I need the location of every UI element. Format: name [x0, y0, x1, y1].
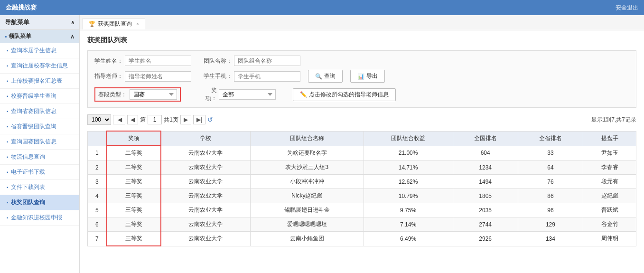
table-cell: 三等奖	[107, 189, 161, 203]
edit-label: 点击修改所勾选的指导老师信息	[309, 91, 389, 99]
table-cell: 鲲鹏展翅日进斗金	[251, 203, 364, 217]
sidebar: 导航菜单 ∧ ▪ 领队菜单 ∧ 查询本届学生信息查询往届校赛学生信息上传校赛报名…	[0, 15, 80, 273]
student-name-label: 学生姓名：	[94, 57, 123, 65]
table-row: 6三等奖云南农业大学爱嗯嗯嗯嗯嗯坦7.14%2744129谷金竹	[88, 217, 636, 232]
export-button[interactable]: 📊 导出	[350, 70, 385, 83]
table-cell: 6	[88, 217, 107, 232]
sidebar-item-item-4[interactable]: 校赛晋级学生查询	[0, 89, 79, 104]
form-row-3: 赛段类型： 国赛 省赛 校赛 奖项： 全部 一等奖 二等奖	[94, 86, 629, 103]
team-name-input[interactable]	[234, 56, 300, 66]
col-school: 学校	[161, 131, 251, 146]
col-national-rank: 全国排名	[453, 131, 518, 146]
stage-select[interactable]: 国赛 省赛 校赛	[130, 89, 177, 100]
table-cell: 农大沙雕三人组3	[251, 160, 364, 175]
content-area: 获奖团队列表 学生姓名： 团队名称： 指导老师	[80, 30, 644, 273]
table-cell: 李春睿	[583, 160, 636, 175]
table-cell: 三等奖	[107, 217, 161, 232]
table-cell: 6.49%	[364, 232, 453, 246]
table-cell: 129	[518, 217, 583, 232]
stage-group: 赛段类型： 国赛 省赛 校赛	[94, 87, 181, 102]
logout-button[interactable]: 安全退出	[616, 4, 638, 12]
next-page-button[interactable]: ▶	[180, 115, 191, 124]
table-cell: 2744	[453, 217, 518, 232]
sidebar-item-item-12[interactable]: 金融知识进校园申报	[0, 210, 79, 226]
sidebar-item-item-9[interactable]: 电子证书下载	[0, 165, 79, 180]
table-cell: 14.71%	[364, 160, 453, 175]
sidebar-item-item-11[interactable]: 获奖团队查询	[0, 195, 79, 210]
page-size-select[interactable]: 100 50 20	[87, 114, 111, 125]
collapse-icon[interactable]: ∧	[71, 19, 75, 26]
table-cell: 云南农业大学	[161, 146, 251, 160]
refresh-button[interactable]: ↺	[207, 116, 213, 123]
sidebar-item-item-8[interactable]: 物流信息查询	[0, 150, 79, 165]
phone-input[interactable]	[234, 71, 300, 82]
group-collapse-icon[interactable]: ∧	[70, 33, 75, 40]
page-number-input[interactable]	[148, 115, 162, 124]
table-cell: 普跃斌	[583, 203, 636, 217]
sidebar-item-item-1[interactable]: 查询本届学生信息	[0, 43, 79, 58]
table-cell: 小段冲冲冲冲	[251, 175, 364, 189]
sidebar-item-item-5[interactable]: 查询省赛团队信息	[0, 104, 79, 119]
award-select[interactable]: 全部 一等奖 二等奖 三等奖	[219, 89, 276, 100]
table-cell: 二等奖	[107, 160, 161, 175]
table-cell: 2	[88, 160, 107, 175]
table-cell: 周伟明	[583, 232, 636, 246]
query-button[interactable]: 🔍 查询	[308, 70, 343, 83]
student-name-input[interactable]	[125, 56, 191, 66]
table-row: 7三等奖云南农业大学云南小鲳鱼团6.49%2926134周伟明	[88, 232, 636, 246]
table-cell: 二等奖	[107, 146, 161, 160]
tab-award-query[interactable]: 🏆 获奖团队查询 ×	[83, 18, 145, 29]
sidebar-item-item-6[interactable]: 省赛晋级团队查询	[0, 119, 79, 134]
table-cell: 三等奖	[107, 203, 161, 217]
edit-teacher-button[interactable]: ✏️ 点击修改所勾选的指导老师信息	[293, 88, 396, 101]
table-cell: 云南农业大学	[161, 217, 251, 232]
table-row: 2二等奖云南农业大学农大沙雕三人组314.71%123464李春睿	[88, 160, 636, 175]
table-cell: 赵纪彪	[583, 189, 636, 203]
phone-group: 学生手机：	[199, 71, 300, 82]
sidebar-item-item-10[interactable]: 文件下载列表	[0, 180, 79, 195]
form-row-2: 指导老师： 学生手机： 🔍 查询 📊 导出	[94, 70, 629, 83]
table-cell: 76	[518, 175, 583, 189]
sidebar-items: 查询本届学生信息查询往届校赛学生信息上传校赛报名汇总表校赛晋级学生查询查询省赛团…	[0, 43, 79, 226]
first-page-button[interactable]: |◀	[113, 115, 125, 124]
table-cell: 9.75%	[364, 203, 453, 217]
table-body: 1二等奖云南农业大学为啥还要取名字21.00%60433尹如玉2二等奖云南农业大…	[88, 146, 636, 246]
prev-page-button[interactable]: ◀	[127, 115, 138, 124]
teacher-label: 指导老师：	[94, 72, 123, 80]
table-cell: 1234	[453, 160, 518, 175]
teacher-input[interactable]	[125, 71, 191, 82]
group-icon: ▪	[5, 33, 7, 40]
display-info: 显示1到7,共7记录	[591, 116, 636, 124]
table-cell: 段元有	[583, 175, 636, 189]
edit-icon: ✏️	[300, 91, 307, 98]
table-cell: 12.62%	[364, 175, 453, 189]
sidebar-header: 导航菜单 ∧	[0, 15, 79, 30]
table-cell: 5	[88, 203, 107, 217]
team-name-group: 团队名称：	[199, 56, 300, 66]
sidebar-item-item-7[interactable]: 查询国赛团队信息	[0, 134, 79, 150]
sidebar-item-item-2[interactable]: 查询往届校赛学生信息	[0, 58, 79, 74]
table-cell: 1805	[453, 189, 518, 203]
col-index	[88, 131, 107, 146]
table-row: 5三等奖云南农业大学鲲鹏展翅日进斗金9.75%203596普跃斌	[88, 203, 636, 217]
last-page-button[interactable]: ▶|	[193, 115, 205, 124]
table-cell: 云南农业大学	[161, 175, 251, 189]
table-row: 1二等奖云南农业大学为啥还要取名字21.00%60433尹如玉	[88, 146, 636, 160]
app-title: 金融挑战赛	[6, 3, 37, 12]
table-cell: 134	[518, 232, 583, 246]
page-label: 第	[140, 116, 146, 124]
table-head: 奖项 学校 团队组合名称 团队组合收益 全国排名 全省排名 提盘手	[88, 131, 636, 146]
phone-label: 学生手机：	[199, 72, 232, 80]
export-label: 导出	[366, 72, 378, 80]
tab-icon: 🏆	[89, 21, 95, 27]
col-profit: 团队组合收益	[364, 131, 453, 146]
sidebar-title: 导航菜单	[5, 18, 29, 27]
table-cell: 7.14%	[364, 217, 453, 232]
data-table: 奖项 学校 团队组合名称 团队组合收益 全国排名 全省排名 提盘手 1二等奖云南…	[87, 131, 636, 246]
table-cell: Nicky赵纪彪	[251, 189, 364, 203]
page-title: 获奖团队列表	[87, 36, 636, 45]
col-award: 奖项	[107, 131, 161, 146]
table-cell: 10.79%	[364, 189, 453, 203]
sidebar-item-item-3[interactable]: 上传校赛报名汇总表	[0, 74, 79, 89]
tab-close-icon[interactable]: ×	[136, 21, 139, 27]
